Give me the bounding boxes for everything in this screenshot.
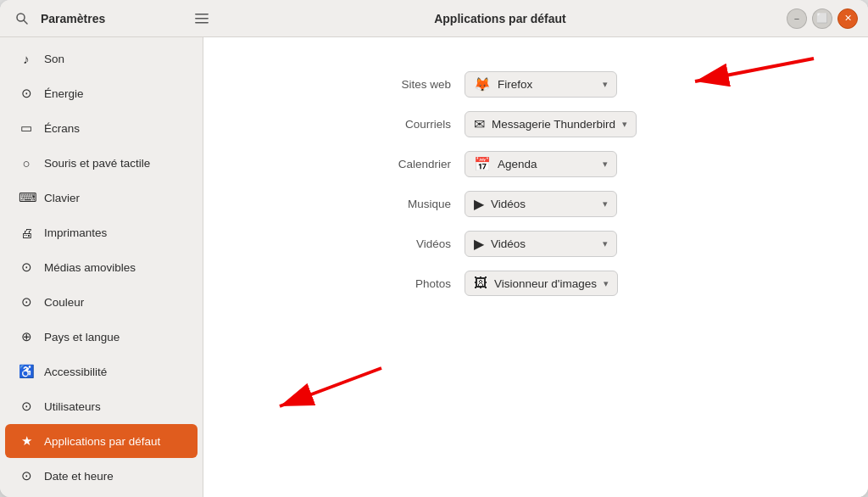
dropdown-photos[interactable]: 🖼 Visionneur d'images ▾ xyxy=(465,271,618,296)
sidebar-icon-imprimantes: 🖨 xyxy=(19,226,34,240)
app-icon-calendrier: 📅 xyxy=(474,156,491,172)
close-button[interactable]: ✕ xyxy=(837,8,858,29)
sidebar-item-apropos[interactable]: ℹ À propos xyxy=(5,494,198,497)
chevron-icon-calendrier: ▾ xyxy=(603,159,608,170)
sidebar: ♪ Son ⊙ Énergie ▭ Écrans ○ Souris et pav… xyxy=(0,37,203,497)
sidebar-label-apps-defaut: Applications par défaut xyxy=(44,435,160,448)
sidebar-icon-apps-defaut: ★ xyxy=(19,433,34,449)
sidebar-icon-clavier: ⌨ xyxy=(19,190,34,205)
setting-row-videos: Vidéos ▶ Vidéos ▾ xyxy=(366,231,705,257)
app-name-courriels: Messagerie Thunderbird xyxy=(492,118,615,131)
chevron-icon-musique: ▾ xyxy=(603,198,608,209)
titlebar: Paramètres Applications par défaut − ⬜ ✕ xyxy=(0,0,868,37)
sidebar-item-utilisateurs[interactable]: ⊙ Utilisateurs xyxy=(5,389,198,423)
sidebar-item-pays[interactable]: ⊕ Pays et langue xyxy=(5,320,198,354)
svg-rect-3 xyxy=(195,18,209,20)
sidebar-item-ecrans[interactable]: ▭ Écrans xyxy=(5,111,198,145)
setting-row-musique: Musique ▶ Vidéos ▾ xyxy=(366,191,705,217)
setting-label-courriels: Courriels xyxy=(366,118,451,131)
app-name-calendrier: Agenda xyxy=(498,158,596,170)
chevron-icon-courriels: ▾ xyxy=(622,119,627,130)
setting-label-musique: Musique xyxy=(366,198,451,210)
svg-line-1 xyxy=(24,20,27,24)
main-content: ♪ Son ⊙ Énergie ▭ Écrans ○ Souris et pav… xyxy=(0,37,868,497)
sidebar-icon-couleur: ⊙ xyxy=(19,294,34,310)
setting-row-photos: Photos 🖼 Visionneur d'images ▾ xyxy=(366,271,705,296)
sidebar-label-date: Date et heure xyxy=(44,470,114,483)
main-window: Paramètres Applications par défaut − ⬜ ✕… xyxy=(0,0,868,497)
sidebar-label-medias: Médias amovibles xyxy=(44,261,136,274)
app-icon-videos: ▶ xyxy=(474,236,484,252)
sidebar-label-clavier: Clavier xyxy=(44,192,80,204)
sidebar-label-accessibilite: Accessibilité xyxy=(44,366,107,378)
sidebar-icon-son: ♪ xyxy=(19,52,34,66)
svg-line-7 xyxy=(695,59,814,81)
dropdown-calendrier[interactable]: 📅 Agenda ▾ xyxy=(465,151,617,177)
minimize-button[interactable]: − xyxy=(787,8,807,29)
dropdown-courriels[interactable]: ✉ Messagerie Thunderbird ▾ xyxy=(465,111,637,137)
chevron-icon-videos: ▾ xyxy=(603,238,608,249)
sidebar-icon-pays: ⊕ xyxy=(19,329,34,344)
titlebar-left: Paramètres xyxy=(10,7,214,31)
svg-line-8 xyxy=(280,368,381,406)
sidebar-label-pays: Pays et langue xyxy=(44,331,120,343)
app-icon-musique: ▶ xyxy=(474,196,484,212)
svg-rect-2 xyxy=(195,14,209,15)
sidebar-icon-medias: ⊙ xyxy=(19,260,34,275)
sidebar-icon-date: ⊙ xyxy=(19,468,34,483)
menu-button[interactable] xyxy=(190,7,214,31)
app-icon-photos: 🖼 xyxy=(474,276,487,291)
settings-grid: Sites web 🦊 Firefox ▾ Courriels ✉ Messag… xyxy=(366,71,705,296)
setting-row-sites-web: Sites web 🦊 Firefox ▾ xyxy=(366,71,705,98)
sidebar-label-ecrans: Écrans xyxy=(44,122,80,135)
dropdown-videos[interactable]: ▶ Vidéos ▾ xyxy=(465,231,617,257)
sidebar-item-date[interactable]: ⊙ Date et heure xyxy=(5,459,198,493)
sidebar-item-energie[interactable]: ⊙ Énergie xyxy=(5,76,198,110)
setting-row-courriels: Courriels ✉ Messagerie Thunderbird ▾ xyxy=(366,111,705,137)
sidebar-label-imprimantes: Imprimantes xyxy=(44,226,107,239)
sidebar-icon-utilisateurs: ⊙ xyxy=(19,399,34,414)
sidebar-item-souris[interactable]: ○ Souris et pavé tactile xyxy=(5,146,198,180)
sidebar-label-utilisateurs: Utilisateurs xyxy=(44,400,101,413)
svg-rect-4 xyxy=(195,22,209,24)
sidebar-item-medias[interactable]: ⊙ Médias amovibles xyxy=(5,250,198,284)
window-controls: − ⬜ ✕ xyxy=(787,8,858,29)
app-name-photos: Visionneur d'images xyxy=(494,277,597,290)
sidebar-label-souris: Souris et pavé tactile xyxy=(44,157,150,170)
sidebar-icon-accessibilite: ♿ xyxy=(19,364,34,379)
search-button[interactable] xyxy=(10,7,34,31)
setting-label-photos: Photos xyxy=(366,277,451,290)
sidebar-item-son[interactable]: ♪ Son xyxy=(5,42,198,75)
app-name-musique: Vidéos xyxy=(491,198,596,210)
sidebar-item-couleur[interactable]: ⊙ Couleur xyxy=(5,285,198,319)
chevron-icon-sites-web: ▾ xyxy=(603,79,608,90)
sidebar-item-clavier[interactable]: ⌨ Clavier xyxy=(5,181,198,215)
sidebar-label-son: Son xyxy=(44,53,64,65)
sidebar-item-imprimantes[interactable]: 🖨 Imprimantes xyxy=(5,215,198,249)
sidebar-title: Paramètres xyxy=(41,12,105,25)
sidebar-label-couleur: Couleur xyxy=(44,296,84,309)
sidebar-icon-ecrans: ▭ xyxy=(19,120,34,136)
chevron-icon-photos: ▾ xyxy=(604,278,609,289)
setting-label-calendrier: Calendrier xyxy=(366,158,451,170)
sidebar-item-apps-defaut[interactable]: ★ Applications par défaut xyxy=(5,424,198,458)
setting-row-calendrier: Calendrier 📅 Agenda ▾ xyxy=(366,151,705,177)
app-name-sites-web: Firefox xyxy=(498,78,596,91)
dropdown-musique[interactable]: ▶ Vidéos ▾ xyxy=(465,191,617,217)
dropdown-sites-web[interactable]: 🦊 Firefox ▾ xyxy=(465,71,617,98)
setting-label-sites-web: Sites web xyxy=(366,78,451,91)
sidebar-icon-souris: ○ xyxy=(19,156,34,170)
setting-label-videos: Vidéos xyxy=(366,237,451,250)
window-title: Applications par défaut xyxy=(214,12,787,25)
sidebar-item-accessibilite[interactable]: ♿ Accessibilité xyxy=(5,355,198,388)
maximize-button[interactable]: ⬜ xyxy=(812,8,832,29)
app-icon-courriels: ✉ xyxy=(474,116,485,132)
content-area: Sites web 🦊 Firefox ▾ Courriels ✉ Messag… xyxy=(203,37,868,497)
app-icon-sites-web: 🦊 xyxy=(474,76,491,92)
app-name-videos: Vidéos xyxy=(491,237,596,250)
sidebar-label-energie: Énergie xyxy=(44,87,84,100)
sidebar-icon-energie: ⊙ xyxy=(19,86,34,101)
